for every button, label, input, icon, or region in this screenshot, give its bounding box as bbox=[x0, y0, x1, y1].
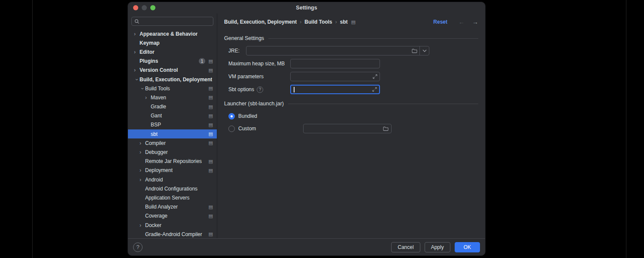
chevron-right-icon[interactable]: › bbox=[134, 68, 140, 73]
sidebar-item-version-control[interactable]: ›Version Control▤ bbox=[128, 66, 217, 75]
sidebar-item-keymap[interactable]: Keymap bbox=[128, 38, 217, 47]
sidebar-item-debugger[interactable]: ›Debugger bbox=[128, 147, 217, 157]
jre-label: JRE: bbox=[228, 48, 246, 54]
chevron-right-icon[interactable]: › bbox=[140, 141, 145, 146]
heap-size-row: Maximum heap size, MB bbox=[228, 59, 478, 68]
settings-list-icon: ▤ bbox=[207, 168, 213, 173]
chevron-right-icon[interactable]: › bbox=[145, 95, 151, 100]
sidebar-item-remote-jar-repositories[interactable]: Remote Jar Repositories▤ bbox=[128, 157, 217, 166]
custom-radio[interactable] bbox=[228, 126, 235, 132]
vm-parameters-field[interactable] bbox=[290, 72, 380, 81]
sidebar-item-build-tools[interactable]: ›Build Tools▤ bbox=[128, 84, 217, 93]
settings-search-input[interactable] bbox=[141, 18, 210, 25]
expand-editor-button[interactable] bbox=[372, 87, 377, 92]
breadcrumb: Build, Execution, Deployment›Build Tools… bbox=[224, 19, 348, 25]
sidebar-item-docker[interactable]: ›Docker bbox=[128, 221, 217, 230]
sidebar-item-label: BSP bbox=[151, 122, 161, 128]
chevron-right-icon[interactable]: › bbox=[140, 150, 145, 155]
settings-list-icon: ▤ bbox=[207, 132, 213, 136]
sidebar-item-label: Deployment bbox=[145, 167, 173, 173]
sidebar-item-gradle-android-compiler[interactable]: Gradle-Android Compiler▤ bbox=[128, 230, 217, 238]
sidebar-item-build-analyzer[interactable]: Build Analyzer▤ bbox=[128, 203, 217, 212]
sidebar-item-build-execution-deployment[interactable]: ›Build, Execution, Deployment bbox=[128, 75, 217, 84]
settings-tree: ›Appearance & BehaviorKeymap›EditorPlugi… bbox=[128, 29, 217, 238]
chevron-right-icon[interactable]: › bbox=[140, 177, 145, 182]
count-badge: 1 bbox=[199, 58, 205, 64]
jre-combobox[interactable] bbox=[246, 46, 429, 55]
breadcrumb-bar: Build, Execution, Deployment›Build Tools… bbox=[217, 13, 485, 31]
heap-size-input[interactable] bbox=[291, 61, 380, 67]
breadcrumb-separator: › bbox=[300, 19, 301, 25]
sidebar-item-label: Build Analyzer bbox=[145, 204, 178, 210]
sidebar-item-application-servers[interactable]: Application Servers bbox=[128, 193, 217, 202]
navigate-back-button[interactable]: ← bbox=[459, 19, 465, 25]
settings-list-icon: ▤ bbox=[207, 141, 213, 145]
custom-launcher-field[interactable] bbox=[303, 124, 392, 133]
reset-button[interactable]: Reset bbox=[433, 19, 447, 25]
jre-row: JRE: bbox=[228, 46, 478, 55]
settings-search-box[interactable] bbox=[131, 17, 213, 26]
sidebar-item-deployment[interactable]: ›Deployment▤ bbox=[128, 166, 217, 175]
chevron-right-icon[interactable]: › bbox=[134, 31, 140, 37]
chevron-right-icon[interactable]: › bbox=[140, 168, 145, 173]
sidebar-item-label: Application Servers bbox=[145, 195, 189, 201]
chevron-right-icon[interactable]: › bbox=[134, 49, 140, 55]
sbt-options-label: Sbt options bbox=[228, 86, 254, 92]
sidebar-item-compiler[interactable]: ›Compiler▤ bbox=[128, 138, 217, 147]
sidebar-item-appearance-behavior[interactable]: ›Appearance & Behavior bbox=[128, 29, 217, 38]
sidebar-item-editor[interactable]: ›Editor bbox=[128, 47, 217, 56]
sbt-options-input[interactable] bbox=[291, 86, 379, 92]
custom-radio-row: Custom bbox=[224, 124, 478, 133]
sidebar-item-android[interactable]: ›Android bbox=[128, 175, 217, 184]
sidebar-item-coverage[interactable]: Coverage▤ bbox=[128, 212, 217, 221]
sbt-options-row: Sbt options ? bbox=[228, 85, 478, 94]
sidebar-item-maven[interactable]: ›Maven▤ bbox=[128, 93, 217, 102]
section-general-settings: General Settings bbox=[224, 34, 478, 43]
sidebar-item-label: Build Tools bbox=[145, 86, 170, 92]
breadcrumb-segment-build-tools[interactable]: Build Tools bbox=[304, 19, 332, 25]
sidebar-item-gant[interactable]: Gant▤ bbox=[128, 111, 217, 120]
settings-list-icon: ▤ bbox=[207, 59, 213, 64]
settings-list-icon: ▤ bbox=[207, 114, 213, 118]
vm-parameters-input[interactable] bbox=[291, 74, 380, 80]
sidebar-item-bsp[interactable]: BSP▤ bbox=[128, 120, 217, 129]
sidebar-item-gradle[interactable]: Gradle▤ bbox=[128, 102, 217, 111]
expand-editor-button[interactable] bbox=[373, 74, 377, 79]
breadcrumb-segment-sbt[interactable]: sbt bbox=[340, 19, 348, 25]
help-button[interactable]: ? bbox=[133, 243, 143, 252]
titlebar: Settings bbox=[128, 2, 485, 13]
jre-browse-button[interactable] bbox=[409, 49, 419, 53]
chevron-down-icon[interactable]: › bbox=[134, 77, 140, 82]
minimize-window-button[interactable] bbox=[142, 5, 147, 10]
close-window-button[interactable] bbox=[133, 5, 138, 10]
chevron-right-icon[interactable]: › bbox=[140, 223, 145, 228]
settings-sidebar: ›Appearance & BehaviorKeymap›EditorPlugi… bbox=[128, 13, 217, 238]
bundled-radio[interactable] bbox=[228, 113, 235, 120]
folder-icon bbox=[412, 49, 417, 53]
zoom-window-button[interactable] bbox=[150, 5, 155, 10]
custom-launcher-browse-button[interactable] bbox=[383, 126, 389, 131]
jre-dropdown-button[interactable] bbox=[420, 49, 429, 52]
sidebar-item-label: Build, Execution, Deployment bbox=[140, 77, 212, 83]
settings-list-icon: ▤ bbox=[207, 123, 213, 127]
sbt-options-field[interactable] bbox=[290, 85, 380, 94]
search-icon bbox=[134, 19, 140, 24]
breadcrumb-separator: › bbox=[335, 19, 337, 25]
sbt-options-help-icon[interactable]: ? bbox=[257, 86, 263, 93]
chevron-down-icon[interactable]: › bbox=[140, 86, 145, 91]
sidebar-item-android-configurations[interactable]: Android Configurations bbox=[128, 184, 217, 193]
navigate-forward-button[interactable]: → bbox=[472, 19, 478, 25]
window-body: ›Appearance & BehaviorKeymap›EditorPlugi… bbox=[128, 13, 485, 238]
sidebar-item-plugins[interactable]: Plugins1▤ bbox=[128, 57, 217, 66]
sidebar-item-sbt[interactable]: sbt▤ bbox=[128, 129, 217, 138]
cancel-button[interactable]: Cancel bbox=[391, 242, 420, 252]
dialog-footer: ? Cancel Apply OK bbox=[128, 238, 485, 255]
apply-button[interactable]: Apply bbox=[425, 242, 450, 252]
ok-button[interactable]: OK bbox=[455, 242, 480, 252]
sidebar-item-label: Coverage bbox=[145, 213, 167, 219]
breadcrumb-segment-build-execution-deployment[interactable]: Build, Execution, Deployment bbox=[224, 19, 297, 25]
custom-launcher-input[interactable] bbox=[304, 126, 383, 132]
jre-input[interactable] bbox=[246, 46, 409, 55]
settings-list-icon: ▤ bbox=[207, 214, 213, 218]
heap-size-field[interactable] bbox=[290, 59, 380, 68]
